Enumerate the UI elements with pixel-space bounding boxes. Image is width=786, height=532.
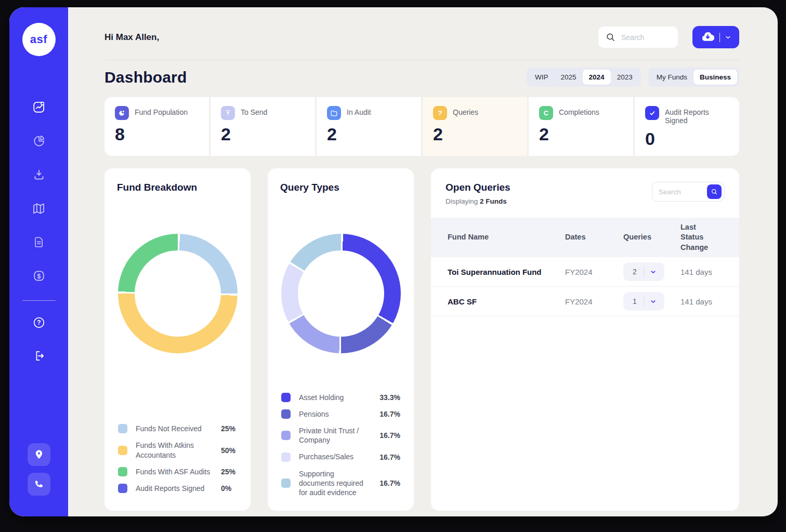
stat-card-to-send[interactable]: To Send 2 xyxy=(211,97,315,156)
table-row[interactable]: ABC SF FY2024 1 141 days xyxy=(431,287,739,316)
greeting: Hi Max Allen, xyxy=(104,32,159,43)
tab-business[interactable]: Business xyxy=(693,70,737,85)
asf-logo[interactable]: asf xyxy=(22,23,56,56)
legend-swatch xyxy=(281,409,291,419)
query-types-legend: Asset Holding 33.3% Pensions 16.7% Priva… xyxy=(280,385,401,511)
fund-breakdown-title: Fund Breakdown xyxy=(117,182,238,193)
sidebar-item-reports[interactable] xyxy=(32,134,46,148)
sidebar-nav: $ xyxy=(32,100,46,283)
location-button[interactable] xyxy=(28,443,50,466)
fund-name-cell[interactable]: Toi Superannuation Fund xyxy=(448,268,565,276)
logout-icon xyxy=(32,349,46,363)
query-types-card: Query Types Asset Holding 33.3% Pensions… xyxy=(268,168,414,511)
chevron-down-icon[interactable] xyxy=(644,298,662,305)
stat-value: 0 xyxy=(645,130,729,148)
table-row[interactable]: Toi Superannuation Fund FY2024 2 141 day… xyxy=(431,257,739,287)
open-queries-title: Open Queries xyxy=(446,182,510,193)
stat-card-audit-reports-signed[interactable]: Audit Reports Signed 0 xyxy=(635,97,739,156)
query-types-title: Query Types xyxy=(280,182,401,193)
sidebar-divider xyxy=(22,300,56,301)
stat-value: 8 xyxy=(115,125,199,143)
pie-chart-icon xyxy=(115,106,129,120)
dates-cell: FY2024 xyxy=(565,297,623,306)
legend-swatch xyxy=(118,484,127,493)
column-header-queries: Queries xyxy=(623,232,680,243)
scope-filter-group: My Funds Business xyxy=(648,68,739,87)
stat-label: Fund Population xyxy=(135,106,188,116)
query-types-donut-chart[interactable] xyxy=(281,234,401,353)
stat-label: Completions xyxy=(559,106,599,116)
stat-label: Queries xyxy=(453,106,478,116)
fund-breakdown-donut-chart[interactable] xyxy=(118,234,238,353)
global-search[interactable] xyxy=(598,26,678,48)
stat-value: 2 xyxy=(433,125,517,143)
legend-swatch xyxy=(118,424,127,433)
stat-value: 2 xyxy=(327,125,411,143)
fund-name-cell[interactable]: ABC SF xyxy=(448,297,565,306)
open-queries-search[interactable] xyxy=(652,182,725,202)
tab-my-funds[interactable]: My Funds xyxy=(650,70,693,85)
legend-item: Purchases/Sales 16.7% xyxy=(281,452,400,461)
legend-swatch xyxy=(281,393,291,402)
legend-swatch xyxy=(281,431,291,440)
svg-text:?: ? xyxy=(37,319,41,326)
tab-wip[interactable]: WIP xyxy=(529,70,555,85)
stat-card-completions[interactable]: C Completions 2 xyxy=(529,97,633,156)
tab-2025[interactable]: 2025 xyxy=(555,70,583,85)
chevron-down-icon[interactable] xyxy=(644,269,662,275)
topbar: Hi Max Allen, xyxy=(104,26,739,60)
sidebar-item-downloads[interactable] xyxy=(32,167,46,182)
download-reports-button[interactable] xyxy=(692,26,739,48)
sidebar-item-logout[interactable] xyxy=(32,349,46,363)
legend-swatch xyxy=(118,467,127,476)
sidebar-bottom xyxy=(28,443,50,496)
stat-value: 2 xyxy=(539,125,623,143)
stat-card-queries[interactable]: ? Queries 2 xyxy=(423,97,527,156)
legend-item: Funds With Atkins Accountants 50% xyxy=(118,441,237,459)
stat-label: To Send xyxy=(241,106,267,116)
sidebar-item-dashboard[interactable] xyxy=(32,100,46,114)
button-divider xyxy=(719,33,720,42)
legend-item: Pensions 16.7% xyxy=(281,409,400,419)
analytics-icon xyxy=(32,100,46,114)
stat-card-fund-population[interactable]: Fund Population 8 xyxy=(104,97,209,156)
open-queries-subtitle: Displaying 2 Funds xyxy=(446,197,510,205)
tab-2024[interactable]: 2024 xyxy=(583,70,611,85)
fund-breakdown-legend: Funds Not Received 25% Funds With Atkins… xyxy=(117,417,238,511)
legend-item: Audit Reports Signed 0% xyxy=(118,484,237,493)
document-icon xyxy=(33,236,45,248)
main-content: Hi Max Allen, xyxy=(68,7,778,516)
page-title: Dashboard xyxy=(104,69,187,86)
open-queries-search-button[interactable] xyxy=(707,184,722,199)
table-header-row: Fund Name Dates Queries Last Status Chan… xyxy=(431,218,739,257)
phone-button[interactable] xyxy=(28,473,50,496)
app-window: asf xyxy=(9,7,778,516)
sidebar-secondary-nav: ? xyxy=(32,315,46,363)
stat-cards-row: Fund Population 8 To Send 2 xyxy=(104,97,739,156)
svg-text:$: $ xyxy=(37,273,41,280)
stat-card-in-audit[interactable]: In Audit 2 xyxy=(317,97,421,156)
question-icon: ? xyxy=(433,106,447,120)
legend-swatch xyxy=(118,446,127,455)
folder-icon xyxy=(327,106,341,120)
sidebar-item-map[interactable] xyxy=(32,201,46,216)
sidebar-item-billing[interactable]: $ xyxy=(32,269,46,283)
last-status-cell: 141 days xyxy=(680,268,725,276)
tab-2023[interactable]: 2023 xyxy=(611,70,639,85)
upload-icon xyxy=(221,106,235,120)
open-queries-search-input[interactable] xyxy=(659,188,703,196)
stat-value: 2 xyxy=(221,125,305,143)
sidebar-item-help[interactable]: ? xyxy=(32,315,46,330)
search-icon xyxy=(606,32,615,42)
search-input[interactable] xyxy=(621,33,671,42)
queries-dropdown[interactable]: 1 xyxy=(623,292,664,311)
dates-cell: FY2024 xyxy=(565,268,623,276)
column-header-last-status-change: Last Status Change xyxy=(680,222,725,253)
dollar-icon: $ xyxy=(32,269,46,283)
queries-dropdown[interactable]: 2 xyxy=(623,262,664,281)
phone-icon xyxy=(33,479,44,490)
chevron-down-icon[interactable] xyxy=(725,34,731,41)
sidebar-item-documents[interactable] xyxy=(32,235,46,249)
last-status-cell: 141 days xyxy=(680,297,725,306)
fund-breakdown-card: Fund Breakdown Funds Not Received 25% Fu… xyxy=(104,168,251,511)
